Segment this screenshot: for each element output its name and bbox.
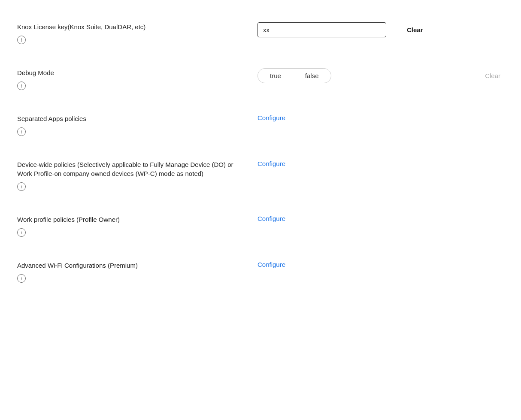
label-col-separated-apps: Separated Apps policiesi (17, 114, 257, 136)
setting-row-separated-apps: Separated Apps policiesiConfigure (17, 102, 504, 148)
text-input-knox-license[interactable] (257, 22, 386, 37)
control-col-debug-mode: truefalseClear (257, 68, 504, 83)
toggle-option-debug-mode-true[interactable]: true (258, 69, 293, 83)
info-icon-advanced-wifi[interactable]: i (17, 274, 26, 283)
setting-row-knox-license: Knox License key(Knox Suite, DualDAR, et… (17, 10, 504, 56)
label-knox-license: Knox License key(Knox Suite, DualDAR, et… (17, 22, 240, 31)
control-col-work-profile: Configure (257, 215, 504, 222)
setting-row-debug-mode: Debug ModeitruefalseClear (17, 56, 504, 102)
label-separated-apps: Separated Apps policies (17, 114, 240, 123)
control-col-device-wide: Configure (257, 160, 504, 167)
info-icon-separated-apps[interactable]: i (17, 127, 26, 136)
info-icon-debug-mode[interactable]: i (17, 82, 26, 90)
label-col-debug-mode: Debug Modei (17, 68, 257, 90)
configure-link-advanced-wifi[interactable]: Configure (257, 261, 285, 268)
label-col-work-profile: Work profile policies (Profile Owner)i (17, 215, 257, 237)
info-icon-knox-license[interactable]: i (17, 36, 26, 44)
toggle-group-debug-mode: truefalse (257, 68, 331, 83)
setting-row-work-profile: Work profile policies (Profile Owner)iCo… (17, 203, 504, 249)
label-col-advanced-wifi: Advanced Wi-Fi Configurations (Premium)i (17, 261, 257, 283)
toggle-option-debug-mode-false[interactable]: false (293, 69, 331, 83)
control-col-advanced-wifi: Configure (257, 261, 504, 268)
label-debug-mode: Debug Mode (17, 68, 240, 77)
configure-link-separated-apps[interactable]: Configure (257, 114, 285, 121)
configure-link-work-profile[interactable]: Configure (257, 215, 285, 222)
label-device-wide: Device-wide policies (Selectively applic… (17, 160, 240, 178)
settings-container: Knox License key(Knox Suite, DualDAR, et… (0, 0, 521, 305)
setting-row-advanced-wifi: Advanced Wi-Fi Configurations (Premium)i… (17, 249, 504, 295)
info-icon-work-profile[interactable]: i (17, 228, 26, 237)
control-col-knox-license: Clear (257, 22, 504, 37)
control-col-separated-apps: Configure (257, 114, 504, 121)
label-advanced-wifi: Advanced Wi-Fi Configurations (Premium) (17, 261, 240, 270)
label-work-profile: Work profile policies (Profile Owner) (17, 215, 240, 224)
configure-link-device-wide[interactable]: Configure (257, 160, 285, 167)
info-icon-device-wide[interactable]: i (17, 182, 26, 191)
clear-button-debug-mode[interactable]: Clear (482, 70, 504, 81)
setting-row-device-wide: Device-wide policies (Selectively applic… (17, 148, 504, 203)
label-col-device-wide: Device-wide policies (Selectively applic… (17, 160, 257, 191)
clear-button-knox-license[interactable]: Clear (403, 24, 427, 35)
label-col-knox-license: Knox License key(Knox Suite, DualDAR, et… (17, 22, 257, 44)
